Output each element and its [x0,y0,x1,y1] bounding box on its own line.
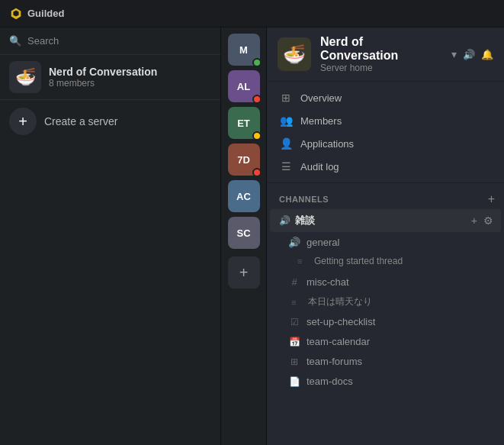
header-actions: ▾ 🔊 🔔 [451,48,493,60]
status-badge-AL [252,95,262,104]
guilded-icon [9,7,23,21]
avatar-item-AC[interactable]: AC [228,180,260,212]
app-logo: Guilded [9,7,64,21]
mute-icon[interactable]: 🔊 [463,49,475,60]
main-container: 🔍 Search 🍜 Nerd of Conversation 8 member… [0,27,504,445]
members-icon: 👥 [279,114,293,127]
text-channel-icon: # [288,276,300,288]
server-chevron-icon[interactable]: ▾ [451,48,457,60]
server-emoji: 🍜 [15,67,36,87]
search-placeholder: Search [27,35,59,47]
server-members: 8 members [49,78,157,89]
thread-icon: ≡ [297,256,308,266]
channel-item-set-up-checklist[interactable]: ☑ set-up-checklist [270,312,501,331]
channel-group-settings-button[interactable]: ⚙ [482,213,495,228]
avatar-column: M AL ET 7D AC SC + [221,27,267,445]
search-icon: 🔍 [9,35,21,47]
calendar-icon: 📅 [288,337,300,347]
nav-item-applications[interactable]: 👤 Applications [267,132,504,155]
server-header-name: Nerd of Conversation [320,35,439,63]
server-name: Nerd of Conversation [49,66,157,78]
channel-item-team-calendar[interactable]: 📅 team-calendar [270,332,501,351]
channel-voice-icon: 🔊 [288,237,300,248]
channel-name-misc-chat: misc-chat [307,276,349,288]
nav-label-overview: Overview [300,92,342,104]
avatar-item-AL[interactable]: AL [228,70,260,102]
channel-item-team-forums[interactable]: ⊞ team-forums [270,352,501,371]
channels-section: Channels + 🔊 雑談 + ⚙ 🔊 [267,183,504,445]
channel-item-team-docs[interactable]: 📄 team-docs [270,372,501,391]
docs-icon: 📄 [288,376,300,387]
channel-name-team-calendar: team-calendar [307,336,370,347]
thread-icon-nihongo: ≡ [291,298,302,307]
avatar-label: M [239,44,248,56]
channel-group-actions: + ⚙ [470,213,495,228]
channel-name-getting-started: Getting started thread [314,256,403,266]
current-server-entry[interactable]: 🍜 Nerd of Conversation 8 members [0,55,220,100]
channel-group-left: 🔊 雑談 [279,214,315,227]
avatar-item-7D[interactable]: 7D [228,143,260,176]
avatar-label: AL [237,81,250,92]
channel-item-general[interactable]: 🔊 general [270,233,501,252]
channel-group-add-button[interactable]: + [470,213,479,228]
create-server-label: Create a server [44,115,117,127]
channel-group-name-zatsudangroup: 雑談 [295,214,315,227]
nav-item-members[interactable]: 👥 Members [267,109,504,132]
channel-group-zatsudangroup: 🔊 雑談 + ⚙ 🔊 general ≡ Getting starte [267,209,504,269]
channel-name-team-docs: team-docs [307,376,353,387]
create-server-button[interactable]: + Create a server [0,100,220,143]
topbar: Guilded [0,0,504,27]
server-avatar: 🍜 [9,61,41,93]
channel-group-voice-icon: 🔊 [279,215,291,226]
avatar-label: SC [236,227,250,239]
server-header-subtitle: Server home [320,63,439,73]
server-header-info: Nerd of Conversation Server home [320,35,439,73]
add-server-button[interactable]: + [228,256,260,289]
server-list-panel: 🔍 Search 🍜 Nerd of Conversation 8 member… [0,27,221,445]
channels-label: Channels [279,195,329,204]
app-name: Guilded [27,8,64,19]
nav-menu: ⊞ Overview 👥 Members 👤 Applications ☰ Au… [267,82,504,183]
notification-icon[interactable]: 🔔 [481,49,493,60]
right-panel: 🍜 Nerd of Conversation Server home ▾ 🔊 🔔… [267,27,504,445]
channel-name-nihongo: 本日は晴天なり [308,295,372,308]
channel-sub-item-nihongo[interactable]: ≡ 本日は晴天なり [270,292,501,311]
search-bar[interactable]: 🔍 Search [0,27,220,55]
audit-log-icon: ☰ [279,160,293,173]
checklist-icon: ☑ [288,317,300,327]
status-badge-ET [252,131,262,140]
channels-header: Channels + [267,188,504,209]
avatar-item-SC[interactable]: SC [228,217,260,249]
channel-item-misc-chat[interactable]: # misc-chat [270,272,501,292]
status-badge-M [252,58,262,67]
nav-item-audit-log[interactable]: ☰ Audit log [267,155,504,178]
avatar-label: ET [237,118,250,129]
server-info: Nerd of Conversation 8 members [49,66,157,89]
status-badge-7D [252,168,262,177]
nav-label-members: Members [300,115,342,127]
nav-item-overview[interactable]: ⊞ Overview [267,86,504,109]
server-header: 🍜 Nerd of Conversation Server home ▾ 🔊 🔔 [267,27,504,82]
avatar-label: 7D [237,154,250,166]
channel-name-general: general [307,237,339,248]
nav-label-audit-log: Audit log [300,161,339,173]
channel-group-header-zatsudangroup[interactable]: 🔊 雑談 + ⚙ [270,209,501,232]
avatar-item-ET[interactable]: ET [228,107,260,139]
create-server-icon: + [9,108,37,135]
server-header-avatar: 🍜 [278,37,311,71]
add-icon: + [239,264,249,282]
avatar-label: AC [236,191,251,202]
avatar-item-M[interactable]: M [228,34,260,66]
channel-name-set-up-checklist: set-up-checklist [307,316,375,327]
channel-name-team-forums: team-forums [307,356,362,367]
forums-icon: ⊞ [288,356,300,367]
applications-icon: 👤 [279,137,293,150]
nav-label-applications: Applications [300,138,354,150]
channels-add-button[interactable]: + [488,192,495,206]
overview-icon: ⊞ [279,92,293,104]
channel-sub-item-getting-started[interactable]: ≡ Getting started thread [270,253,501,269]
